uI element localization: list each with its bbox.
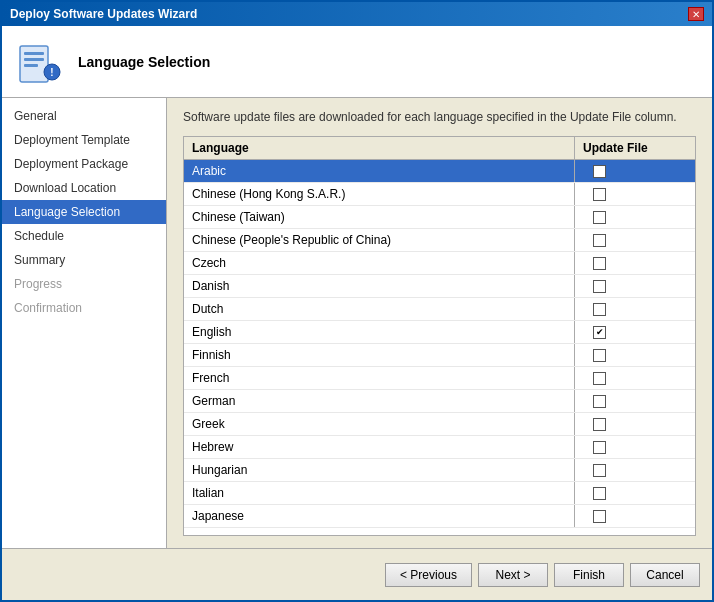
- finish-button[interactable]: Finish: [554, 563, 624, 587]
- language-cell: Italian: [184, 482, 575, 504]
- language-cell: German: [184, 390, 575, 412]
- table-row[interactable]: Italian: [184, 482, 695, 505]
- col-header-update: Update File: [575, 137, 695, 159]
- language-checkbox[interactable]: [593, 326, 606, 339]
- language-cell: French: [184, 367, 575, 389]
- language-cell: Hebrew: [184, 436, 575, 458]
- update-file-cell[interactable]: [575, 184, 695, 205]
- wizard-footer: < Previous Next > Finish Cancel: [2, 548, 712, 600]
- main-window: Deploy Software Updates Wizard ✕ ! Langu…: [0, 0, 714, 602]
- svg-rect-3: [24, 64, 38, 67]
- update-file-cell[interactable]: [575, 345, 695, 366]
- language-checkbox[interactable]: [593, 418, 606, 431]
- update-file-cell[interactable]: [575, 299, 695, 320]
- update-file-cell[interactable]: [575, 253, 695, 274]
- table-row[interactable]: Greek: [184, 413, 695, 436]
- language-checkbox[interactable]: [593, 395, 606, 408]
- language-checkbox[interactable]: [593, 441, 606, 454]
- language-cell: Arabic: [184, 160, 575, 182]
- language-cell: Danish: [184, 275, 575, 297]
- wizard-header: ! Language Selection: [2, 26, 712, 98]
- sidebar-item-confirmation: Confirmation: [2, 296, 166, 320]
- language-checkbox[interactable]: [593, 165, 606, 178]
- content-area: GeneralDeployment TemplateDeployment Pac…: [2, 98, 712, 548]
- update-file-cell[interactable]: [575, 391, 695, 412]
- col-header-language: Language: [184, 137, 575, 159]
- language-cell: English: [184, 321, 575, 343]
- sidebar-item-deployment-package[interactable]: Deployment Package: [2, 152, 166, 176]
- wizard-header-title: Language Selection: [78, 54, 210, 70]
- update-file-cell[interactable]: [575, 483, 695, 504]
- language-checkbox[interactable]: [593, 303, 606, 316]
- table-row[interactable]: French: [184, 367, 695, 390]
- update-file-cell[interactable]: [575, 460, 695, 481]
- language-checkbox[interactable]: [593, 372, 606, 385]
- language-checkbox[interactable]: [593, 257, 606, 270]
- table-row[interactable]: English: [184, 321, 695, 344]
- sidebar-item-deployment-template[interactable]: Deployment Template: [2, 128, 166, 152]
- sidebar-item-general[interactable]: General: [2, 104, 166, 128]
- table-row[interactable]: Japanese: [184, 505, 695, 528]
- window-title: Deploy Software Updates Wizard: [10, 7, 197, 21]
- description-text: Software update files are downloaded for…: [183, 110, 696, 124]
- update-file-cell[interactable]: [575, 506, 695, 527]
- svg-rect-1: [24, 52, 44, 55]
- table-row[interactable]: Czech: [184, 252, 695, 275]
- language-cell: Czech: [184, 252, 575, 274]
- language-checkbox[interactable]: [593, 510, 606, 523]
- table-header: Language Update File: [184, 137, 695, 160]
- table-row[interactable]: Dutch: [184, 298, 695, 321]
- table-row[interactable]: German: [184, 390, 695, 413]
- table-row[interactable]: Finnish: [184, 344, 695, 367]
- language-checkbox[interactable]: [593, 234, 606, 247]
- language-checkbox[interactable]: [593, 211, 606, 224]
- table-row[interactable]: Danish: [184, 275, 695, 298]
- language-cell: Chinese (Hong Kong S.A.R.): [184, 183, 575, 205]
- language-cell: Japanese: [184, 505, 575, 527]
- language-cell: Finnish: [184, 344, 575, 366]
- table-row[interactable]: Chinese (People's Republic of China): [184, 229, 695, 252]
- sidebar-item-language-selection[interactable]: Language Selection: [2, 200, 166, 224]
- table-body[interactable]: ArabicChinese (Hong Kong S.A.R.)Chinese …: [184, 160, 695, 535]
- table-row[interactable]: Hungarian: [184, 459, 695, 482]
- update-file-cell[interactable]: [575, 437, 695, 458]
- language-cell: Chinese (Taiwan): [184, 206, 575, 228]
- svg-rect-2: [24, 58, 44, 61]
- language-checkbox[interactable]: [593, 464, 606, 477]
- sidebar-item-progress: Progress: [2, 272, 166, 296]
- sidebar: GeneralDeployment TemplateDeployment Pac…: [2, 98, 167, 548]
- update-file-cell[interactable]: [575, 276, 695, 297]
- language-cell: Hungarian: [184, 459, 575, 481]
- language-cell: Dutch: [184, 298, 575, 320]
- update-file-cell[interactable]: [575, 322, 695, 343]
- sidebar-item-summary[interactable]: Summary: [2, 248, 166, 272]
- svg-text:!: !: [50, 67, 53, 78]
- update-file-cell[interactable]: [575, 368, 695, 389]
- language-checkbox[interactable]: [593, 280, 606, 293]
- next-button[interactable]: Next >: [478, 563, 548, 587]
- language-cell: Chinese (People's Republic of China): [184, 229, 575, 251]
- language-cell: Greek: [184, 413, 575, 435]
- language-checkbox[interactable]: [593, 487, 606, 500]
- update-file-cell[interactable]: [575, 207, 695, 228]
- wizard-icon: !: [16, 38, 64, 86]
- title-bar: Deploy Software Updates Wizard ✕: [2, 2, 712, 26]
- cancel-button[interactable]: Cancel: [630, 563, 700, 587]
- sidebar-item-schedule[interactable]: Schedule: [2, 224, 166, 248]
- table-row[interactable]: Chinese (Taiwan): [184, 206, 695, 229]
- table-row[interactable]: Hebrew: [184, 436, 695, 459]
- close-button[interactable]: ✕: [688, 7, 704, 21]
- update-file-cell[interactable]: [575, 161, 695, 182]
- table-row[interactable]: Chinese (Hong Kong S.A.R.): [184, 183, 695, 206]
- table-row[interactable]: Arabic: [184, 160, 695, 183]
- sidebar-item-download-location[interactable]: Download Location: [2, 176, 166, 200]
- previous-button[interactable]: < Previous: [385, 563, 472, 587]
- update-file-cell[interactable]: [575, 414, 695, 435]
- language-table: Language Update File ArabicChinese (Hong…: [183, 136, 696, 536]
- update-file-cell[interactable]: [575, 230, 695, 251]
- language-checkbox[interactable]: [593, 349, 606, 362]
- main-content: Software update files are downloaded for…: [167, 98, 712, 548]
- language-checkbox[interactable]: [593, 188, 606, 201]
